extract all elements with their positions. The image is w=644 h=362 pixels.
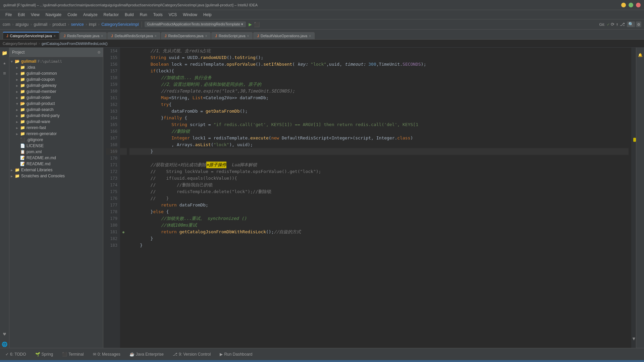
tree-item-pom[interactable]: ▶ 📋 pom.xml	[9, 149, 103, 155]
tree-item-third-party[interactable]: ▶ 📁 gulimall-third-party	[9, 113, 103, 119]
tab-redis-template[interactable]: J RedisTemplate.java ×	[60, 32, 107, 39]
breadcrumb-file[interactable]: CategoryServiceImpl	[101, 22, 139, 27]
project-panel: Project ⚙ ▼ 📂 gulimall F:\gulimall ▶ 📁 .…	[9, 48, 103, 348]
tree-item-gateway[interactable]: ▶ 📁 gulimall-gateway	[9, 82, 103, 88]
breadcrumb-product[interactable]: product	[52, 22, 66, 27]
tab-close-icon[interactable]: ×	[101, 34, 103, 38]
menu-vcs[interactable]: VCS	[166, 11, 180, 18]
menu-help[interactable]: Help	[201, 11, 214, 18]
code-line-166: //删除锁	[129, 128, 629, 135]
tab-java-enterprise[interactable]: ☕ Java Enterprise	[127, 351, 166, 358]
tree-item-gulimall[interactable]: ▼ 📂 gulimall F:\gulimall	[9, 58, 103, 64]
tree-item-product[interactable]: ▼ 📂 gulimall-product	[9, 101, 103, 107]
tree-item-search[interactable]: ▶ 📁 gulimall-search	[9, 107, 103, 113]
tab-default-value-operations[interactable]: J DefaultValueOperations.java ×	[253, 32, 315, 39]
code-content[interactable]: //1、先从式视。去redis占坑 String uuid = UUID.ran…	[127, 48, 631, 348]
tab-category-service-impl[interactable]: J CategoryServiceImpl.java ×	[3, 32, 59, 39]
bookmark-icon[interactable]: ★	[1, 59, 8, 67]
tree-item-renren-fast[interactable]: ▶ 📁 renren-fast	[9, 125, 103, 131]
code-editor: 154 155 156 157 158 159 160 161 162 163 …	[103, 48, 636, 348]
menu-build[interactable]: Build	[122, 11, 137, 18]
tree-item-external-libs[interactable]: ▶ 📁 External Libraries	[9, 167, 103, 173]
tree-item-scratches[interactable]: ▶ 📁 Scratches and Consoles	[9, 173, 103, 179]
tree-item-common[interactable]: ▶ 📁 gulimall-common	[9, 70, 103, 76]
tab-close-icon[interactable]: ×	[309, 34, 311, 38]
bc-class[interactable]: CategoryServiceImpl	[3, 42, 37, 46]
run-config-selector[interactable]: GulimallProductApplicationTests.teststri…	[145, 21, 246, 27]
tree-item-renren-generator[interactable]: ▶ 📁 renren-generator	[9, 131, 103, 137]
toolbar-settings-button[interactable]: ⚙	[636, 21, 641, 27]
tree-label: pom.xml	[26, 149, 42, 154]
structure-icon[interactable]: ≡	[1, 69, 8, 77]
web-icon[interactable]: 🌐	[1, 341, 8, 348]
minimize-button[interactable]	[621, 3, 626, 7]
menu-edit[interactable]: Edit	[15, 11, 28, 18]
tree-item-license[interactable]: ▶ 📄 LICENSE	[9, 143, 103, 149]
tab-messages[interactable]: ✉ 0: Messages	[91, 351, 122, 358]
project-icon[interactable]: 📁	[1, 49, 8, 57]
breadcrumb-atguigu[interactable]: atguigu	[15, 22, 29, 27]
tab-close-icon[interactable]: ×	[155, 34, 157, 38]
project-tree: ▼ 📂 gulimall F:\gulimall ▶ 📁 .idea ▶ 📁 g…	[9, 57, 103, 348]
tree-item-coupon[interactable]: ▶ 📁 gulimall-coupon	[9, 76, 103, 82]
menu-refactor[interactable]: Refactor	[101, 11, 121, 18]
tree-item-idea[interactable]: ▶ 📁 .idea	[9, 64, 103, 70]
menu-window[interactable]: Window	[180, 11, 200, 18]
right-scroll-gutter[interactable]: ▼	[631, 48, 636, 348]
tree-item-order[interactable]: ▶ 📁 gulimall-order	[9, 95, 103, 101]
bc-method[interactable]: getCatalogJsonFromDbWithRedisLock()	[42, 42, 108, 46]
right-icon-strip: 🔔	[636, 48, 644, 348]
debug-button[interactable]: ⬛	[254, 22, 260, 27]
tab-redis-script[interactable]: J RedisScript.java ×	[211, 32, 253, 39]
tree-item-readme[interactable]: ▶ 📝 README.md	[9, 161, 103, 167]
tree-item-readme-en[interactable]: ▶ 📝 README.en.md	[9, 155, 103, 161]
scroll-down-arrow[interactable]: ▼	[633, 336, 635, 341]
tab-spring[interactable]: 🌱 Spring	[33, 351, 55, 358]
toolbar-search-button[interactable]: 🔍	[627, 21, 635, 27]
tree-label: README.en.md	[26, 156, 56, 160]
git-check-icon[interactable]: ✓	[607, 22, 610, 27]
breakpoint-marker[interactable]: ●	[122, 230, 124, 234]
tab-close-icon[interactable]: ×	[247, 34, 249, 38]
tree-item-ware[interactable]: ▶ 📁 gulimall-ware	[9, 119, 103, 125]
tab-default-redis-script[interactable]: J DefaultRedisScript.java ×	[107, 32, 160, 39]
menu-file[interactable]: File	[3, 11, 14, 18]
tab-close-icon[interactable]: ×	[54, 34, 56, 38]
menu-navigate[interactable]: Navigate	[43, 11, 64, 18]
git-update-icon[interactable]: ⟳	[611, 22, 614, 27]
menu-code[interactable]: Code	[65, 11, 80, 18]
tree-label: gulimall-coupon	[26, 77, 55, 82]
git-branch-icon[interactable]: ⎇	[620, 22, 625, 27]
folder-icon: 📁	[15, 174, 20, 178]
menu-run[interactable]: Run	[137, 11, 150, 18]
menu-bar: File Edit View Navigate Code Analyze Ref…	[0, 10, 644, 19]
breadcrumb-service[interactable]: service	[71, 22, 84, 27]
breadcrumb-com[interactable]: com	[3, 22, 10, 27]
close-button[interactable]	[636, 3, 641, 7]
favorites-icon[interactable]: ♥	[1, 330, 8, 338]
run-button[interactable]: ▶	[249, 21, 252, 27]
notifications-icon[interactable]: 🔔	[637, 51, 644, 58]
tab-redis-operations[interactable]: J RedisOperations.java ×	[161, 32, 211, 39]
tab-terminal[interactable]: ⬛ Terminal	[60, 351, 86, 358]
tab-version-control[interactable]: ⎇ 9: Version Control	[171, 351, 213, 358]
tab-todo[interactable]: ✓ 6: TODO	[3, 351, 28, 358]
tree-sublabel: F:\gulimall	[38, 59, 62, 64]
project-panel-menu-icon[interactable]: ⚙	[98, 50, 100, 55]
left-icon-strip: 📁 ★ ≡ ♥ 🌐	[0, 48, 9, 348]
tree-label: gulimall	[21, 59, 36, 64]
menu-view[interactable]: View	[28, 11, 42, 18]
tree-item-member[interactable]: ▶ 📁 gulimall-member	[9, 88, 103, 95]
tab-label: DefaultRedisScript.java	[115, 34, 153, 38]
menu-tools[interactable]: Tools	[151, 11, 165, 18]
tree-item-gitignore[interactable]: ▶ ⬛ .gitignore	[9, 137, 103, 143]
maximize-button[interactable]	[629, 3, 633, 7]
tab-close-icon[interactable]: ×	[205, 34, 207, 38]
breadcrumb-gulimall[interactable]: gulimall	[34, 22, 48, 27]
breadcrumb-impl[interactable]: impl	[89, 22, 96, 27]
tree-arrow-icon: ▶	[16, 66, 20, 69]
git-push-icon[interactable]: ↑	[616, 22, 619, 27]
status-bar: Build completed successfully in 8 s 358 …	[0, 360, 644, 362]
tab-run-dashboard[interactable]: ▶ Run Dashboard	[218, 351, 254, 358]
menu-analyze[interactable]: Analyze	[80, 11, 100, 18]
